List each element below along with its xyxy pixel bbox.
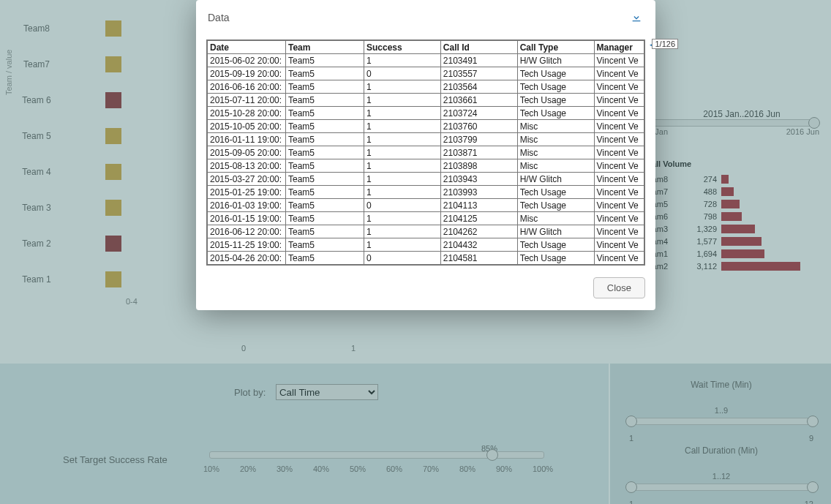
table-cell: 2015-09-05 20:00: bbox=[208, 146, 286, 159]
table-cell: 0 bbox=[364, 67, 440, 80]
table-cell: H/W Glitch bbox=[517, 173, 594, 186]
table-cell: Vincent Ve bbox=[594, 212, 644, 225]
table-cell: Tech Usage bbox=[517, 94, 594, 107]
column-header[interactable]: Call Type bbox=[517, 41, 594, 54]
table-cell: Vincent Ve bbox=[594, 225, 644, 238]
table-cell: 1 bbox=[364, 80, 440, 94]
table-cell: 2015-10-05 20:00: bbox=[208, 120, 286, 133]
table-cell: 2015-04-26 20:00: bbox=[208, 252, 286, 265]
table-cell: 2104262 bbox=[440, 225, 517, 238]
table-row[interactable]: 2015-09-19 20:00:Team502103557Tech Usage… bbox=[208, 67, 644, 80]
table-cell: Tech Usage bbox=[517, 186, 594, 199]
table-cell: Team5 bbox=[285, 120, 364, 133]
table-cell: H/W Glitch bbox=[517, 54, 594, 67]
table-cell: Team5 bbox=[285, 199, 364, 212]
table-cell: 2103943 bbox=[440, 173, 517, 186]
table-cell: Team5 bbox=[285, 107, 364, 120]
table-cell: Tech Usage bbox=[517, 238, 594, 252]
table-cell: 1 bbox=[364, 212, 440, 225]
table-cell: 2104125 bbox=[440, 212, 517, 225]
pager-indicator: 1/126 bbox=[652, 39, 678, 49]
table-cell: Tech Usage bbox=[517, 252, 594, 265]
table-cell: 1 bbox=[364, 225, 440, 238]
table-row[interactable]: 2015-01-25 19:00:Team512103993Tech Usage… bbox=[208, 186, 644, 199]
table-row[interactable]: 2015-11-25 19:00:Team512104432Tech Usage… bbox=[208, 238, 644, 252]
table-cell: 2015-08-13 20:00: bbox=[208, 159, 286, 173]
table-row[interactable]: 2015-07-11 20:00:Team512103661Tech Usage… bbox=[208, 94, 644, 107]
table-row[interactable]: 2016-06-12 20:00:Team512104262H/W Glitch… bbox=[208, 225, 644, 238]
column-header[interactable]: Success bbox=[364, 41, 440, 54]
table-cell: 2103661 bbox=[440, 94, 517, 107]
table-cell: 1 bbox=[364, 186, 440, 199]
table-cell: Vincent Ve bbox=[594, 120, 644, 133]
table-cell: Vincent Ve bbox=[594, 186, 644, 199]
table-row[interactable]: 2015-03-27 20:00:Team512103943H/W Glitch… bbox=[208, 173, 644, 186]
column-header[interactable]: Call Id bbox=[440, 41, 517, 54]
table-cell: Misc bbox=[517, 120, 594, 133]
table-row[interactable]: 2016-01-15 19:00:Team512104125MiscVincen… bbox=[208, 212, 644, 225]
table-cell: 2104581 bbox=[440, 252, 517, 265]
table-cell: Vincent Ve bbox=[594, 94, 644, 107]
table-cell: 2015-09-19 20:00: bbox=[208, 67, 286, 80]
table-cell: 2016-01-15 19:00: bbox=[208, 212, 286, 225]
table-cell: 1 bbox=[364, 159, 440, 173]
table-cell: 2103799 bbox=[440, 133, 517, 146]
table-cell: 2015-03-27 20:00: bbox=[208, 173, 286, 186]
table-cell: Vincent Ve bbox=[594, 199, 644, 212]
table-cell: Misc bbox=[517, 159, 594, 173]
table-cell: Team5 bbox=[285, 67, 364, 80]
close-button[interactable]: Close bbox=[593, 277, 645, 298]
table-cell: Vincent Ve bbox=[594, 146, 644, 159]
table-cell: Tech Usage bbox=[517, 67, 594, 80]
table-cell: 1 bbox=[364, 133, 440, 146]
column-header[interactable]: Team bbox=[285, 41, 364, 54]
table-cell: 0 bbox=[364, 199, 440, 212]
data-dialog: Data ◂ 1/126 DateTeamSuccessCall IdCall … bbox=[196, 0, 655, 310]
table-cell: 2103564 bbox=[440, 80, 517, 94]
table-cell: 1 bbox=[364, 54, 440, 67]
table-cell: Vincent Ve bbox=[594, 238, 644, 252]
column-header[interactable]: Manager bbox=[594, 41, 644, 54]
table-cell: Misc bbox=[517, 133, 594, 146]
table-row[interactable]: 2016-01-03 19:00:Team502104113Tech Usage… bbox=[208, 199, 644, 212]
table-cell: 2015-10-28 20:00: bbox=[208, 107, 286, 120]
table-row[interactable]: 2015-10-05 20:00:Team512103760MiscVincen… bbox=[208, 120, 644, 133]
table-row[interactable]: 2015-04-26 20:00:Team502104581Tech Usage… bbox=[208, 252, 644, 265]
table-cell: 2016-01-03 19:00: bbox=[208, 199, 286, 212]
table-cell: 1 bbox=[364, 173, 440, 186]
table-cell: 2015-06-02 20:00: bbox=[208, 54, 286, 67]
table-cell: 2015-11-25 19:00: bbox=[208, 238, 286, 252]
table-cell: Vincent Ve bbox=[594, 173, 644, 186]
table-row[interactable]: 2016-06-16 20:00:Team512103564Tech Usage… bbox=[208, 80, 644, 94]
table-row[interactable]: 2015-10-28 20:00:Team512103724Tech Usage… bbox=[208, 107, 644, 120]
table-cell: 2103491 bbox=[440, 54, 517, 67]
table-cell: Team5 bbox=[285, 225, 364, 238]
table-cell: Vincent Ve bbox=[594, 133, 644, 146]
table-cell: Vincent Ve bbox=[594, 107, 644, 120]
table-cell: Team5 bbox=[285, 252, 364, 265]
table-cell: 1 bbox=[364, 107, 440, 120]
table-cell: H/W Glitch bbox=[517, 225, 594, 238]
table-cell: 2016-06-16 20:00: bbox=[208, 80, 286, 94]
table-cell: Team5 bbox=[285, 146, 364, 159]
table-cell: Tech Usage bbox=[517, 199, 594, 212]
table-row[interactable]: 2015-09-05 20:00:Team512103871MiscVincen… bbox=[208, 146, 644, 159]
table-cell: 1 bbox=[364, 146, 440, 159]
table-row[interactable]: 2015-08-13 20:00:Team512103898MiscVincen… bbox=[208, 159, 644, 173]
table-cell: Team5 bbox=[285, 173, 364, 186]
column-header[interactable]: Date bbox=[208, 41, 286, 54]
download-icon[interactable] bbox=[631, 12, 642, 26]
data-table: ◂ 1/126 DateTeamSuccessCall IdCall TypeM… bbox=[206, 40, 645, 266]
table-row[interactable]: 2016-01-11 19:00:Team512103799MiscVincen… bbox=[208, 133, 644, 146]
table-cell: 2103898 bbox=[440, 159, 517, 173]
table-cell: 2103993 bbox=[440, 186, 517, 199]
table-cell: Vincent Ve bbox=[594, 67, 644, 80]
table-cell: 2016-06-12 20:00: bbox=[208, 225, 286, 238]
table-cell: 2015-01-25 19:00: bbox=[208, 186, 286, 199]
table-row[interactable]: 2015-06-02 20:00:Team512103491H/W Glitch… bbox=[208, 54, 644, 67]
table-cell: 2104113 bbox=[440, 199, 517, 212]
table-cell: Vincent Ve bbox=[594, 252, 644, 265]
table-cell: Team5 bbox=[285, 238, 364, 252]
table-cell: Team5 bbox=[285, 212, 364, 225]
table-cell: Team5 bbox=[285, 94, 364, 107]
